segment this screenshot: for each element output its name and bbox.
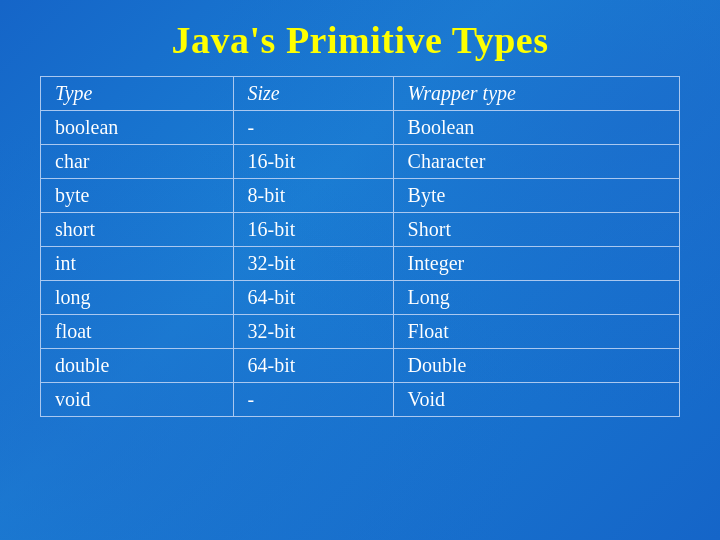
cell-r8-c2: Void [393, 383, 679, 417]
cell-r8-c1: - [233, 383, 393, 417]
table-row: short16-bitShort [41, 213, 680, 247]
cell-r0-c0: boolean [41, 111, 234, 145]
cell-r5-c1: 64-bit [233, 281, 393, 315]
cell-r3-c0: short [41, 213, 234, 247]
table-row: void-Void [41, 383, 680, 417]
table-row: double64-bitDouble [41, 349, 680, 383]
table-row: byte8-bitByte [41, 179, 680, 213]
cell-r4-c2: Integer [393, 247, 679, 281]
cell-r4-c1: 32-bit [233, 247, 393, 281]
cell-r1-c1: 16-bit [233, 145, 393, 179]
cell-r4-c0: int [41, 247, 234, 281]
cell-r7-c1: 64-bit [233, 349, 393, 383]
cell-r8-c0: void [41, 383, 234, 417]
cell-r2-c2: Byte [393, 179, 679, 213]
cell-r6-c2: Float [393, 315, 679, 349]
cell-r1-c2: Character [393, 145, 679, 179]
table-row: boolean-Boolean [41, 111, 680, 145]
cell-r5-c0: long [41, 281, 234, 315]
cell-r0-c1: - [233, 111, 393, 145]
cell-r3-c2: Short [393, 213, 679, 247]
cell-r0-c2: Boolean [393, 111, 679, 145]
primitives-table: TypeSizeWrapper typeboolean-Booleanchar1… [40, 76, 680, 417]
cell-r7-c2: Double [393, 349, 679, 383]
table-row: int32-bitInteger [41, 247, 680, 281]
cell-r3-c1: 16-bit [233, 213, 393, 247]
cell-r1-c0: char [41, 145, 234, 179]
cell-r6-c0: float [41, 315, 234, 349]
header-col-1: Size [233, 77, 393, 111]
cell-r5-c2: Long [393, 281, 679, 315]
header-col-0: Type [41, 77, 234, 111]
header-col-2: Wrapper type [393, 77, 679, 111]
cell-r7-c0: double [41, 349, 234, 383]
cell-r2-c1: 8-bit [233, 179, 393, 213]
table-row: char16-bitCharacter [41, 145, 680, 179]
table-row: long64-bitLong [41, 281, 680, 315]
cell-r2-c0: byte [41, 179, 234, 213]
cell-r6-c1: 32-bit [233, 315, 393, 349]
table-row: float32-bitFloat [41, 315, 680, 349]
page-title: Java's Primitive Types [172, 18, 549, 62]
